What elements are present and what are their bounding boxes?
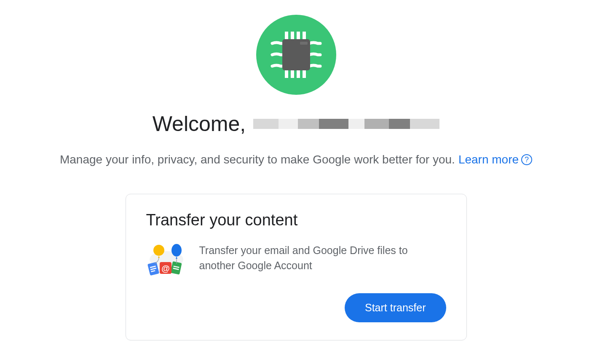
svg-rect-3 (303, 32, 306, 40)
redacted-username (253, 113, 439, 134)
learn-more-label: Learn more (458, 153, 519, 166)
svg-point-12 (171, 244, 182, 257)
start-transfer-button[interactable]: Start transfer (345, 293, 446, 322)
chip-icon (269, 27, 324, 82)
svg-rect-9 (300, 42, 308, 45)
svg-rect-2 (297, 32, 300, 40)
avatar (256, 15, 336, 95)
svg-rect-0 (285, 32, 288, 40)
card-description: Transfer your email and Google Drive fil… (199, 243, 446, 273)
help-circle-icon: ? (521, 154, 532, 165)
subtitle-text: Manage your info, privacy, and security … (60, 153, 455, 166)
learn-more-link[interactable]: Learn more ? (458, 153, 532, 166)
balloons-files-icon: @ (146, 243, 187, 279)
svg-rect-1 (291, 32, 294, 40)
subtitle: Manage your info, privacy, and security … (60, 153, 532, 166)
svg-rect-6 (297, 70, 300, 78)
svg-rect-4 (285, 70, 288, 78)
svg-text:@: @ (161, 264, 170, 273)
card-title: Transfer your content (146, 211, 446, 229)
welcome-prefix: Welcome, (153, 112, 246, 136)
transfer-content-card: Transfer your content (126, 194, 467, 340)
svg-rect-5 (291, 70, 294, 78)
svg-rect-7 (303, 70, 306, 78)
welcome-heading: Welcome, (153, 112, 439, 136)
svg-point-11 (153, 245, 164, 256)
